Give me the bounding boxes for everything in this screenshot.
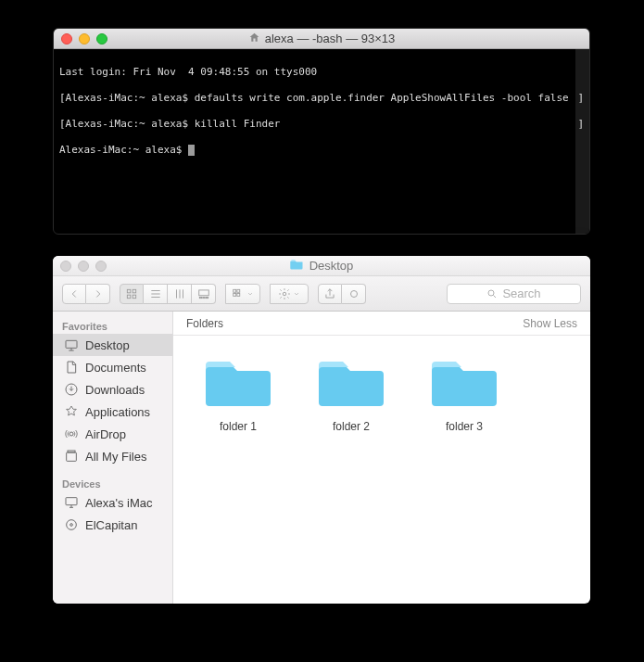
action-button[interactable] — [270, 284, 309, 304]
svg-rect-3 — [133, 295, 136, 299]
search-input[interactable]: Search — [447, 284, 581, 304]
svg-point-14 — [488, 290, 494, 296]
folder-label: folder 3 — [446, 420, 483, 433]
finder-sidebar: Favorites Desktop Documents Downloads Ap… — [53, 312, 173, 604]
sidebar-item-imac[interactable]: Alexa's iMac — [53, 491, 172, 514]
sidebar-item-airdrop[interactable]: AirDrop — [53, 423, 172, 445]
terminal-window: alexa — -bash — 93×13 Last login: Fri No… — [53, 28, 590, 235]
folder-item[interactable]: folder 2 — [314, 356, 388, 583]
sidebar-item-desktop[interactable]: Desktop — [53, 334, 172, 356]
sidebar-item-label: Downloads — [85, 383, 145, 397]
sidebar-item-downloads[interactable]: Downloads — [53, 378, 172, 401]
svg-point-12 — [283, 292, 286, 296]
home-icon — [248, 32, 260, 46]
show-less-button[interactable]: Show Less — [523, 317, 577, 330]
svg-rect-0 — [127, 289, 131, 293]
sidebar-item-label: Alexa's iMac — [85, 496, 153, 510]
view-icon-button[interactable] — [120, 284, 144, 304]
downloads-icon — [64, 382, 79, 397]
terminal-line: Last login: Fri Nov 4 09:48:55 on ttys00… — [59, 66, 317, 79]
sidebar-item-applications[interactable]: Applications — [53, 401, 172, 423]
allfiles-icon — [64, 449, 79, 464]
sidebar-header-devices: Devices — [53, 475, 172, 491]
sidebar-item-documents[interactable]: Documents — [53, 356, 172, 378]
svg-rect-8 — [234, 289, 236, 292]
folder-icon — [432, 356, 497, 411]
sidebar-item-label: All My Files — [85, 450, 146, 464]
finder-content: Folders Show Less folder 1 folder 2 — [173, 312, 590, 604]
folder-icon — [319, 356, 384, 411]
terminal-titlebar[interactable]: alexa — -bash — 93×13 — [54, 29, 589, 49]
folder-grid[interactable]: folder 1 folder 2 folder 3 — [173, 336, 590, 604]
applications-icon — [64, 404, 79, 419]
terminal-line: [Alexas-iMac:~ alexa$ killall Finder — [59, 118, 280, 131]
sidebar-item-label: Desktop — [85, 338, 130, 352]
imac-icon — [64, 495, 79, 510]
terminal-body[interactable]: Last login: Fri Nov 4 09:48:55 on ttys00… — [54, 49, 589, 186]
sidebar-item-label: Applications — [85, 405, 150, 419]
terminal-title: alexa — -bash — 93×13 — [265, 32, 396, 45]
back-button[interactable] — [62, 284, 86, 304]
sidebar-item-label: AirDrop — [85, 427, 126, 441]
svg-rect-6 — [202, 297, 204, 298]
sidebar-header-favorites: Favorites — [53, 317, 172, 334]
view-list-button[interactable] — [144, 284, 168, 304]
svg-point-17 — [69, 432, 73, 436]
finder-title-text: Desktop — [309, 259, 354, 273]
view-column-button[interactable] — [168, 284, 192, 304]
folder-label: folder 1 — [220, 420, 257, 433]
cursor-icon — [188, 145, 195, 156]
svg-rect-1 — [133, 289, 136, 293]
svg-rect-10 — [234, 293, 236, 296]
finder-toolbar: Search — [53, 276, 590, 312]
svg-rect-4 — [198, 289, 208, 295]
search-placeholder: Search — [502, 286, 540, 300]
folder-item[interactable]: folder 3 — [427, 356, 501, 583]
search-icon — [486, 288, 498, 299]
svg-rect-11 — [237, 293, 240, 296]
view-gallery-button[interactable] — [192, 284, 216, 304]
svg-rect-5 — [199, 297, 201, 298]
svg-rect-2 — [127, 295, 131, 299]
svg-point-13 — [350, 290, 357, 297]
disk-icon — [64, 517, 79, 532]
svg-rect-7 — [206, 297, 208, 298]
section-header: Folders Show Less — [173, 312, 590, 336]
forward-button[interactable] — [86, 284, 110, 304]
sidebar-item-label: ElCapitan — [85, 518, 137, 532]
folder-icon — [206, 356, 271, 411]
finder-window: Desktop Search Favorites — [53, 256, 590, 604]
airdrop-icon — [64, 426, 79, 441]
sidebar-item-disk[interactable]: ElCapitan — [53, 514, 172, 536]
svg-rect-15 — [66, 340, 77, 348]
svg-rect-9 — [237, 289, 240, 292]
document-icon — [64, 360, 79, 375]
sidebar-item-label: Documents — [85, 361, 146, 375]
folder-label: folder 2 — [333, 420, 370, 433]
folder-icon — [290, 259, 304, 273]
share-button[interactable] — [318, 284, 342, 304]
tags-button[interactable] — [342, 284, 366, 304]
section-title: Folders — [186, 317, 223, 330]
svg-rect-19 — [68, 451, 75, 452]
terminal-line: [Alexas-iMac:~ alexa$ defaults write com… — [59, 92, 569, 105]
desktop-icon — [64, 337, 79, 352]
sidebar-item-allfiles[interactable]: All My Files — [53, 445, 172, 467]
folder-item[interactable]: folder 1 — [201, 356, 275, 583]
terminal-prompt: Alexas-iMac:~ alexa$ — [59, 144, 188, 156]
svg-point-21 — [67, 520, 77, 530]
svg-rect-18 — [67, 452, 77, 461]
finder-titlebar[interactable]: Desktop — [53, 256, 590, 276]
svg-rect-20 — [66, 498, 77, 505]
arrange-button[interactable] — [225, 284, 260, 304]
svg-point-22 — [70, 524, 73, 527]
